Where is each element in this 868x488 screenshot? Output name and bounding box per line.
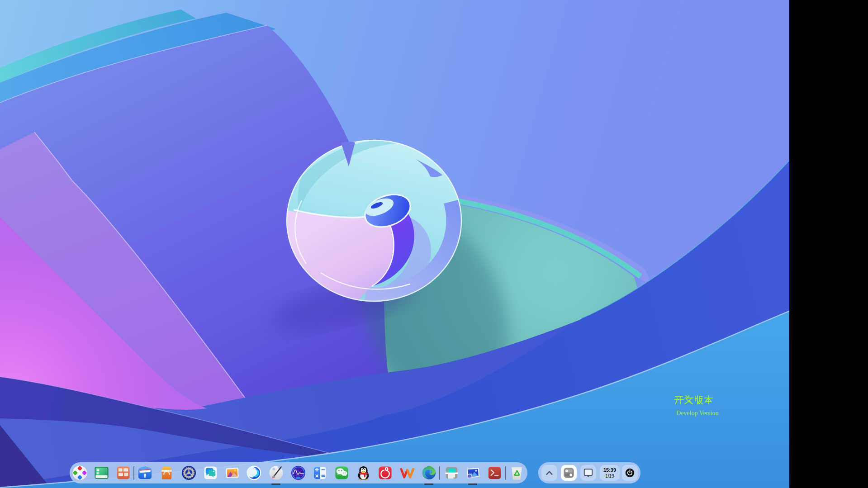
svg-text:Develop Version: Develop Version (676, 410, 718, 417)
